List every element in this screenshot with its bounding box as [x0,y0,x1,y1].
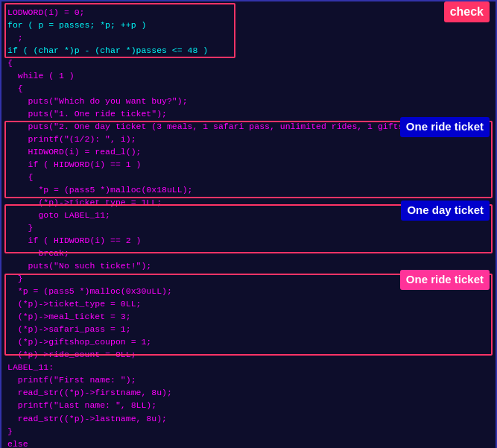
code-line: (*p)->ride_count = 0LL; [7,348,490,361]
code-line: if ( HIDWORD(i) == 1 ) [7,158,490,171]
code-line: break; [7,247,490,259]
code-line: } [7,425,490,438]
code-line: ; [7,31,490,44]
code-line: while ( 1 ) [7,69,490,82]
day-ticket-label: One day ticket [401,201,490,221]
code-line: read_str((*p)->lastname, 8u); [7,412,490,425]
code-line: printf("First name: "); [7,373,490,386]
code-line: if ( HIDWORD(i) == 2 ) [7,234,490,247]
code-line: if ( (char *)p - (char *)passes <= 48 ) [7,44,490,57]
code-line: HIDWORD(i) = read_l(); [7,145,490,158]
code-line: (*p)->giftshop_coupon = 1; [7,335,490,348]
code-line: read_str((*p)->firstname, 8u); [7,386,490,399]
code-line: { [7,171,490,183]
main-container: LODWORD(i) = 0; for ( p = passes; *p; ++… [0,0,497,448]
code-line: (*p)->meal_ticket = 3; [7,310,490,323]
code-line: LODWORD(i) = 0; [7,6,490,19]
ride-ticket-label-1: One ride ticket [400,117,490,137]
code-line: for ( p = passes; *p; ++p ) [7,19,490,31]
code-line: printf("Last name: ", 8LL); [7,399,490,411]
ride-ticket-label-2: One ride ticket [400,270,490,290]
code-line: { [7,57,490,69]
code-line: { [7,82,490,95]
code-line: (*p)->safari_pass = 1; [7,323,490,335]
code-line: (*p)->ticket_type = 0LL; [7,297,490,310]
code-line: else [7,438,490,448]
code-area: LODWORD(i) = 0; for ( p = passes; *p; ++… [1,1,496,448]
code-line: LABEL_11: [7,361,490,373]
check-label: check [444,1,490,22]
code-line: puts("Which do you want buy?"); [7,95,490,107]
code-line: *p = (pass5 *)malloc(0x18uLL); [7,183,490,196]
code-line: } [7,221,490,234]
